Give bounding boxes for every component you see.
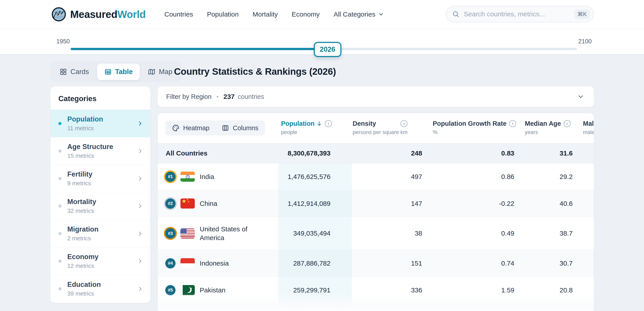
flag-indonesia-icon (180, 258, 195, 268)
growth-rate-cell: 0.86 (432, 173, 524, 181)
summary-population: 8,300,678,393 (278, 149, 352, 157)
nav-item-countries[interactable]: Countries (164, 11, 193, 18)
column-header-population[interactable]: Population i people (281, 120, 332, 135)
global-search[interactable]: ⌘K (446, 6, 594, 22)
flag-india-icon (180, 172, 195, 182)
chevron-right-icon (137, 230, 144, 237)
table-row-indonesia[interactable]: #4 Indonesia 287,886,782 151 0.74 30.7 (158, 250, 594, 277)
table-row-china[interactable]: #2 ★★★ China 1,412,914,089 147 -0.22 40.… (158, 190, 594, 217)
chevron-right-icon (137, 148, 144, 154)
population-cell: 1,412,914,089 (278, 190, 352, 217)
year-timeline: 1950 2100 2026 (0, 29, 644, 54)
sidebar-item-population[interactable]: Population11 metrics (50, 110, 150, 137)
rank-badge: #3 (165, 228, 176, 238)
view-toggle-cards[interactable]: Cards (52, 64, 96, 80)
population-cell: 1,476,625,576 (278, 163, 352, 190)
density-cell: 38 (352, 229, 432, 237)
columns-icon (222, 124, 229, 132)
rank-badge: #4 (165, 258, 176, 268)
chevron-right-icon (137, 120, 144, 127)
category-dot-icon (58, 204, 62, 208)
filter-label: Filter by Region (166, 93, 212, 101)
table-row-india[interactable]: #1 India 1,476,625,576 497 0.86 29.2 (158, 163, 594, 190)
measuredworld-app: MeasuredWorld Countries Population Morta… (0, 0, 644, 311)
density-cell: 151 (352, 259, 432, 267)
summary-growth-rate: 0.83 (432, 149, 524, 157)
column-header-growth-rate[interactable]: Population Growth Rate i % (433, 120, 516, 135)
table-row-united-states[interactable]: #3 United States of America 349,035,494 … (158, 217, 594, 250)
flag-china-icon: ★★★ (180, 198, 195, 208)
country-count-suffix: countries (238, 93, 264, 101)
population-cell: 349,035,494 (278, 217, 352, 250)
table-header-row: Heatmap Columns Population i people Dens… (158, 113, 594, 143)
info-icon[interactable]: i (400, 120, 408, 127)
nav-item-mortality[interactable]: Mortality (252, 11, 278, 18)
table-row-pakistan[interactable]: #5 ★ Pakistan 259,299,791 336 1.59 20.8 (158, 277, 594, 303)
chevron-down-icon (378, 11, 384, 18)
column-header-male-clipped[interactable]: Mal male (583, 120, 594, 135)
summary-density: 248 (352, 149, 432, 157)
country-count: 237 (224, 93, 234, 101)
search-input[interactable] (463, 10, 574, 18)
view-toggle: Cards Table Map (50, 61, 182, 82)
search-icon (452, 11, 459, 18)
growth-rate-cell: 0.49 (432, 229, 524, 237)
sidebar-item-fertility[interactable]: Fertility9 metrics (50, 165, 150, 192)
heatmap-button[interactable]: Heatmap (165, 120, 216, 136)
sort-desc-icon (316, 121, 322, 127)
chevron-right-icon (137, 258, 144, 264)
density-cell: 336 (352, 286, 432, 294)
summary-median-age: 31.6 (524, 149, 583, 157)
rank-badge: #2 (165, 198, 176, 209)
nav-item-economy[interactable]: Economy (292, 11, 320, 18)
growth-rate-cell: -0.22 (432, 200, 524, 207)
timeline-year-handle[interactable]: 2026 (314, 42, 342, 57)
dot-separator: • (216, 93, 218, 100)
sidebar-item-education[interactable]: Education39 metrics (50, 275, 150, 302)
category-dot-icon (58, 122, 62, 125)
column-header-median-age[interactable]: Median Age i years (525, 120, 571, 135)
info-icon[interactable]: i (509, 120, 516, 127)
nav-item-population[interactable]: Population (207, 11, 238, 18)
table-row-partial[interactable] (158, 303, 594, 311)
cards-grid-icon (60, 68, 67, 76)
search-shortcut-badge: ⌘K (574, 9, 590, 19)
info-icon[interactable]: i (325, 120, 332, 127)
chevron-right-icon (137, 175, 144, 182)
main-nav: Countries Population Mortality Economy A… (164, 0, 384, 29)
view-toggle-map[interactable]: Map (141, 64, 179, 80)
population-cell: 287,886,782 (278, 250, 352, 276)
category-dot-icon (58, 232, 62, 235)
timeline-track[interactable]: 2026 (71, 48, 577, 50)
nav-dropdown-all-categories[interactable]: All Categories (334, 11, 384, 18)
chevron-down-icon (577, 93, 584, 101)
brand-logo[interactable]: MeasuredWorld (52, 0, 146, 29)
timeline-end-label: 2100 (578, 38, 592, 45)
sidebar-item-economy[interactable]: Economy12 metrics (50, 247, 150, 275)
flag-usa-icon (180, 228, 195, 238)
summary-row-all-countries: All Countries 8,300,678,393 248 0.83 31.… (158, 143, 594, 163)
categories-sidebar: Categories Population11 metrics Age Stru… (50, 86, 150, 303)
category-dot-icon (58, 287, 62, 290)
sidebar-item-mortality[interactable]: Mortality32 metrics (50, 192, 150, 220)
region-filter-bar[interactable]: Filter by Region • 237 countries (158, 86, 594, 107)
flag-pakistan-icon: ★ (180, 285, 195, 295)
median-age-cell: 40.6 (524, 200, 583, 207)
chevron-right-icon (137, 203, 144, 209)
top-header: MeasuredWorld Countries Population Morta… (0, 0, 644, 29)
population-cell: 259,299,791 (278, 277, 352, 303)
density-cell: 497 (352, 173, 432, 181)
median-age-cell: 29.2 (524, 173, 583, 181)
median-age-cell: 38.7 (524, 229, 583, 237)
table-icon (104, 68, 112, 76)
sidebar-item-migration[interactable]: Migration2 metrics (50, 220, 150, 247)
rank-badge: #1 (165, 172, 176, 182)
columns-button[interactable]: Columns (215, 120, 265, 136)
view-toggle-table[interactable]: Table (97, 64, 140, 80)
sidebar-item-age-structure[interactable]: Age Structure15 metrics (50, 137, 150, 165)
chevron-right-icon (137, 285, 144, 292)
category-dot-icon (58, 149, 62, 153)
column-header-density[interactable]: Density i persons per square km (353, 120, 408, 135)
info-icon[interactable]: i (564, 120, 571, 127)
categories-heading: Categories (50, 86, 150, 110)
